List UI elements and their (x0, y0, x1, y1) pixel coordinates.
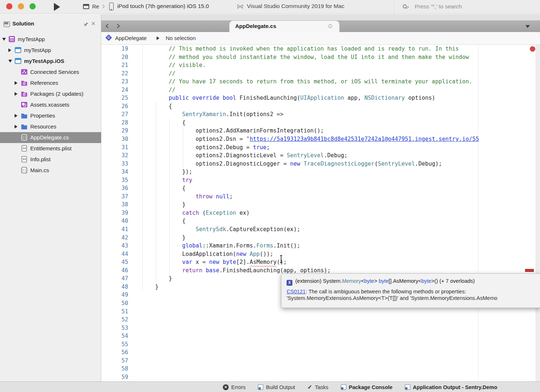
line-number: 53 (101, 324, 128, 332)
line-number: 40 (101, 217, 128, 225)
line-number: 57 (101, 357, 128, 365)
breadcrumb-selection[interactable]: No selection (166, 35, 196, 41)
code-line-45[interactable]: 45 var x = new byte[2].AsMemory(); (101, 258, 540, 266)
expand-arrow-icon[interactable] (15, 81, 17, 85)
collapse-arrow-icon[interactable] (2, 38, 6, 41)
line-number: 19 (101, 45, 128, 53)
close-icon[interactable]: ✕ (91, 20, 96, 27)
device-selector[interactable]: iPod touch (7th generation) iOS 15.0 (117, 3, 209, 9)
code-line-54[interactable]: 54 (101, 332, 540, 340)
code-line-36[interactable]: 36 { (101, 184, 540, 193)
error-indicator-icon (530, 46, 535, 52)
sidebar-item-assets-xcassets[interactable]: Assets.xcassets (0, 99, 101, 110)
code-line-55[interactable]: 55 (101, 340, 540, 349)
sidebar-item-packages-2-updates-[interactable]: Packages (2 updates) (0, 88, 101, 99)
statusbar-tasks[interactable]: ✓Tasks (307, 384, 328, 391)
statusbar-build-output[interactable]: Build Output (258, 384, 295, 390)
code-line-28[interactable]: 28 { (101, 119, 540, 127)
close-window-button[interactable] (6, 3, 12, 9)
expand-arrow-icon[interactable] (15, 114, 17, 118)
code-text (128, 308, 142, 316)
code-line-38[interactable]: 38 } (101, 201, 540, 209)
error-code-link[interactable]: CS0121 (287, 289, 306, 294)
code-line-34[interactable]: 34 }); (101, 168, 540, 176)
code-line-51[interactable]: 51 (101, 308, 540, 316)
navigate-back-button[interactable] (106, 24, 110, 28)
line-number: 24 (101, 86, 128, 94)
code-line-41[interactable]: 41 SentrySdk.CaptureException(ex); (101, 225, 540, 234)
expand-arrow-icon[interactable] (8, 48, 11, 52)
plist-icon (21, 145, 28, 152)
sidebar-item-label: Connected Services (30, 69, 79, 75)
code-line-29[interactable]: 29 options2.AddXamarinFormsIntegration()… (101, 127, 540, 135)
sidebar-item-references[interactable]: References (0, 78, 101, 88)
search-icon[interactable] (402, 4, 408, 10)
code-line-40[interactable]: 40 { (101, 217, 540, 225)
code-line-30[interactable]: 30 options2.Dsn = "https://5a193123a9b84… (101, 135, 540, 143)
code-line-53[interactable]: 53 (101, 324, 540, 332)
collapse-arrow-icon[interactable] (8, 60, 12, 63)
code-line-32[interactable]: 32 options2.DiagnosticLevel = SentryLeve… (101, 151, 540, 160)
statusbar-package-console[interactable]: Package Console (341, 384, 393, 390)
sidebar-item-resources[interactable]: Resources (0, 121, 101, 132)
expand-arrow-icon[interactable] (15, 92, 17, 96)
code-editor[interactable]: 19 // This method is invoked when the ap… (101, 45, 540, 381)
scrollbar[interactable] (536, 45, 540, 381)
pin-icon[interactable] (83, 21, 89, 28)
code-line-44[interactable]: 44 LoadApplication(new App()); (101, 250, 540, 258)
code-line-56[interactable]: 56 (101, 348, 540, 357)
code-line-33[interactable]: 33 options2.DiagnosticLogger = new Trace… (101, 160, 540, 168)
sidebar-item-mytestapp[interactable]: myTestApp (0, 45, 101, 56)
code-line-27[interactable]: 27 SentryXamarin.Init(options2 => (101, 110, 540, 119)
statusbar-application-output-sentry-demo[interactable]: Application Output - Sentry.Demo (405, 384, 497, 390)
cs-file-icon: {} (21, 134, 28, 141)
sidebar-item-main-cs[interactable]: {}Main.cs (0, 165, 101, 176)
code-line-26[interactable]: 26 { (101, 102, 540, 111)
expand-arrow-icon[interactable] (15, 125, 17, 128)
tab-appdelegate[interactable]: AppDelegate.cs (229, 21, 339, 32)
minimize-window-button[interactable] (18, 3, 24, 9)
line-number: 22 (101, 70, 128, 78)
code-text: // This method is invoked when the appli… (128, 45, 459, 53)
code-line-19[interactable]: 19 // This method is invoked when the ap… (101, 45, 540, 53)
sidebar-item-mytestapp[interactable]: myTestApp (0, 34, 101, 45)
code-line-52[interactable]: 52 (101, 316, 540, 324)
code-line-58[interactable]: 58 (101, 365, 540, 373)
code-line-42[interactable]: 42 } (101, 234, 540, 242)
statusbar-errors[interactable]: ✕Errors (223, 384, 245, 390)
line-number: 32 (101, 151, 128, 160)
code-line-22[interactable]: 22 // (101, 70, 540, 78)
code-line-25[interactable]: 25 public override bool FinishedLaunchin… (101, 94, 540, 102)
sidebar-item-connected-services[interactable]: Connected Services (0, 67, 101, 78)
search-field[interactable]: Press '^,' to search (394, 1, 537, 13)
code-line-59[interactable]: 59 (101, 373, 540, 381)
configuration-selector[interactable]: Re (92, 3, 99, 9)
code-line-21[interactable]: 21 // visible. (101, 61, 540, 70)
device-icon (109, 3, 114, 11)
tab-list-dropdown-icon[interactable] (525, 25, 530, 28)
code-line-20[interactable]: 20 // method you should instantiate the … (101, 53, 540, 62)
solution-icon (8, 36, 16, 43)
scrollbar-error-marker[interactable] (525, 269, 534, 272)
window-title: Visual Studio Community 2019 for Mac (247, 3, 344, 9)
sidebar-item-info-plist[interactable]: Info.plist (0, 154, 101, 165)
code-line-35[interactable]: 35 try (101, 176, 540, 185)
line-number: 41 (101, 225, 128, 234)
sidebar-item-properties[interactable]: Properties (0, 110, 101, 121)
code-text: { (128, 217, 185, 225)
code-line-37[interactable]: 37 throw null; (101, 193, 540, 201)
zoom-window-button[interactable] (29, 3, 36, 9)
code-line-57[interactable]: 57 (101, 357, 540, 365)
code-line-39[interactable]: 39 catch (Exception ex) (101, 209, 540, 217)
code-line-43[interactable]: 43 global::Xamarin.Forms.Forms.Init(); (101, 242, 540, 250)
line-number: 54 (101, 332, 128, 340)
sidebar-item-mytestapp-ios[interactable]: myTestApp.iOS (0, 56, 101, 67)
navigate-forward-button[interactable] (115, 24, 120, 28)
sidebar-item-appdelegate-cs[interactable]: {}AppDelegate.cs (0, 132, 101, 143)
code-line-31[interactable]: 31 options2.Debug = true; (101, 143, 540, 152)
code-line-23[interactable]: 23 // You have 17 seconds to return from… (101, 78, 540, 86)
code-line-24[interactable]: 24 // (101, 86, 540, 94)
sidebar-item-entitlements-plist[interactable]: Entitlements.plist (0, 143, 101, 154)
run-button[interactable] (54, 3, 60, 11)
breadcrumb-type[interactable]: AppDelegate (115, 35, 147, 41)
